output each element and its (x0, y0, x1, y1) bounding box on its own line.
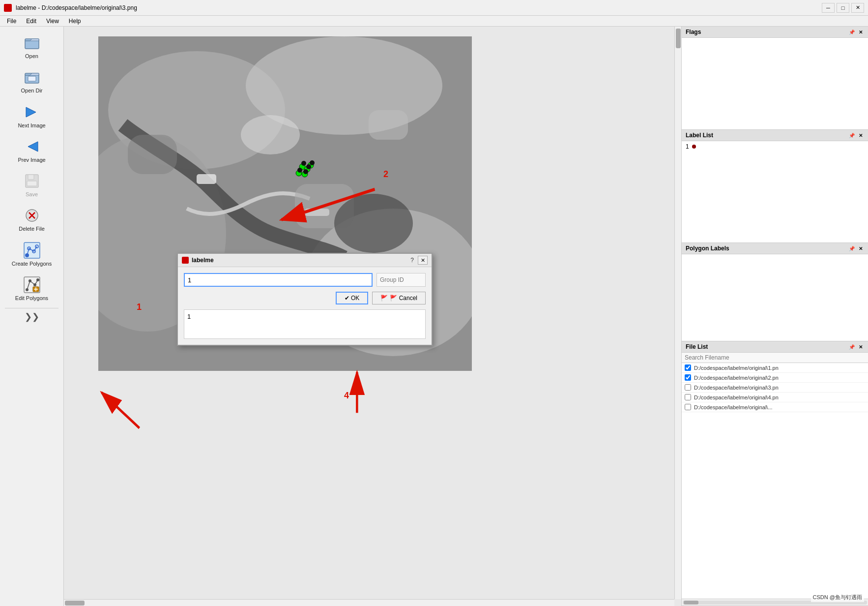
file-item-4[interactable]: D:/codespace/labelme/original\4.pn (682, 393, 868, 402)
canvas-area[interactable]: labelme ? ✕ ✔ OK 🚩 🚩 Cancel (64, 27, 681, 606)
vertical-scrollbar[interactable] (674, 27, 681, 599)
create-polygons-icon (23, 242, 41, 259)
svg-rect-9 (27, 181, 37, 186)
menu-bar: File Edit View Help (0, 16, 868, 27)
svg-marker-6 (28, 142, 38, 152)
file-list-header-icons: 📌 ✕ (848, 343, 864, 350)
label-list-section: Label List 📌 ✕ 1 (682, 130, 868, 243)
cancel-flag-icon: 🚩 (380, 295, 388, 302)
next-image-button[interactable]: Next Image (5, 100, 59, 132)
delete-file-label: Delete File (19, 225, 45, 232)
file-checkbox-3[interactable] (685, 384, 691, 391)
cancel-label: 🚩 Cancel (390, 295, 417, 302)
svg-rect-37 (197, 174, 216, 184)
svg-point-36 (241, 115, 300, 154)
horizontal-scrollbar[interactable] (64, 599, 674, 606)
menu-view[interactable]: View (41, 17, 64, 26)
close-button[interactable]: ✕ (851, 3, 864, 13)
dialog-buttons: ✔ OK 🚩 🚩 Cancel (184, 292, 426, 304)
window-controls: ─ □ ✕ (822, 3, 864, 13)
file-hscroll-handle[interactable] (684, 601, 698, 605)
svg-rect-38 (305, 209, 329, 216)
svg-point-21 (33, 283, 36, 286)
dialog-body: ✔ OK 🚩 🚩 Cancel 1 (178, 267, 432, 345)
file-list-close-icon[interactable]: ✕ (857, 343, 864, 350)
watermark: CSDN @鱼与钉遇雨 (811, 593, 864, 602)
flags-title: Flags (686, 29, 701, 35)
label-input[interactable] (184, 273, 373, 287)
open-button[interactable]: Open (5, 30, 59, 63)
prev-image-button[interactable]: Prev Image (5, 134, 59, 167)
file-item-5[interactable]: D:/codespace/labelme/original\... (682, 402, 868, 412)
file-item-3[interactable]: D:/codespace/labelme/original\3.pn (682, 383, 868, 393)
dialog-list-item[interactable]: 1 (187, 313, 191, 320)
file-list-pin-icon[interactable]: 📌 (848, 343, 855, 350)
toolbar-more-button[interactable]: ❯❯ (2, 311, 61, 322)
file-item-1[interactable]: D:/codespace/labelme/original\1.pn (682, 363, 868, 373)
label-list-header-icons: 📌 ✕ (848, 132, 864, 139)
flags-pin-icon[interactable]: 📌 (848, 29, 855, 35)
label-list-close-icon[interactable]: ✕ (857, 132, 864, 139)
next-image-label: Next Image (18, 122, 45, 129)
toolbar-separator (5, 308, 58, 308)
dialog-help-button[interactable]: ? (410, 257, 414, 264)
menu-file[interactable]: File (2, 17, 21, 26)
svg-point-20 (29, 279, 31, 282)
file-list-section: File List 📌 ✕ D:/codespace/labelme/origi… (682, 341, 868, 606)
menu-edit[interactable]: Edit (21, 17, 41, 26)
file-checkbox-1[interactable] (685, 364, 691, 371)
label-list-header: Label List 📌 ✕ (682, 130, 868, 141)
create-polygons-button[interactable]: Create Polygons (5, 238, 59, 271)
file-checkbox-5[interactable] (685, 404, 691, 410)
polygon-labels-close-icon[interactable]: ✕ (857, 245, 864, 252)
file-name-5: D:/codespace/labelme/original\... (694, 404, 773, 410)
file-item-2[interactable]: D:/codespace/labelme/original\2.pn (682, 373, 868, 383)
dialog-listbox[interactable]: 1 (184, 309, 426, 339)
search-filename-input[interactable] (682, 353, 868, 363)
label-list-title: Label List (686, 132, 713, 139)
title-bar: labelme - D:/codespace/labelme/original\… (0, 0, 868, 16)
maximize-button[interactable]: □ (837, 3, 849, 13)
open-dir-button[interactable]: Open Dir (5, 65, 59, 97)
svg-line-50 (102, 393, 140, 428)
main-layout: Open Open Dir Next Image (0, 27, 868, 606)
window-title: labelme - D:/codespace/labelme/original\… (16, 4, 137, 11)
label-list-item[interactable]: 1 (682, 141, 868, 152)
left-toolbar: Open Open Dir Next Image (0, 27, 64, 606)
menu-help[interactable]: Help (64, 17, 86, 26)
cancel-button[interactable]: 🚩 🚩 Cancel (372, 292, 426, 304)
polygon-labels-header-icons: 📌 ✕ (848, 245, 864, 252)
open-icon (23, 34, 41, 52)
file-name-2: D:/codespace/labelme/original\2.pn (694, 375, 779, 381)
group-id-input[interactable] (376, 273, 426, 287)
svg-point-44 (301, 161, 306, 166)
label-number: 1 (686, 143, 689, 150)
file-checkbox-4[interactable] (685, 394, 691, 400)
open-dir-label: Open Dir (21, 87, 42, 94)
file-list-header: File List 📌 ✕ (682, 341, 868, 353)
dialog-input-row (184, 273, 426, 287)
save-button[interactable]: Save (5, 169, 59, 201)
flags-close-icon[interactable]: ✕ (857, 29, 864, 35)
file-list-content: D:/codespace/labelme/original\1.pn D:/co… (682, 363, 868, 599)
file-checkbox-2[interactable] (685, 374, 691, 381)
create-polygons-label: Create Polygons (12, 260, 52, 267)
save-label: Save (26, 191, 38, 198)
file-list-title: File List (686, 343, 708, 350)
polygon-labels-pin-icon[interactable]: 📌 (848, 245, 855, 252)
flags-header: Flags 📌 ✕ (682, 27, 868, 38)
minimize-button[interactable]: ─ (822, 3, 835, 13)
polygon-labels-content (682, 254, 868, 341)
dialog-close-button[interactable]: ✕ (418, 256, 428, 265)
dialog-title: labelme (182, 257, 214, 264)
file-name-3: D:/codespace/labelme/original\3.pn (694, 385, 779, 391)
ok-button[interactable]: ✔ OK (336, 292, 369, 304)
svg-marker-5 (26, 107, 36, 117)
edit-polygons-icon (23, 276, 41, 294)
edit-polygons-label: Edit Polygons (15, 295, 48, 302)
label-list-pin-icon[interactable]: 📌 (848, 132, 855, 139)
flags-header-icons: 📌 ✕ (848, 29, 864, 35)
open-label: Open (25, 53, 38, 60)
delete-file-button[interactable]: Delete File (5, 203, 59, 236)
edit-polygons-button[interactable]: Edit Polygons (5, 273, 59, 305)
